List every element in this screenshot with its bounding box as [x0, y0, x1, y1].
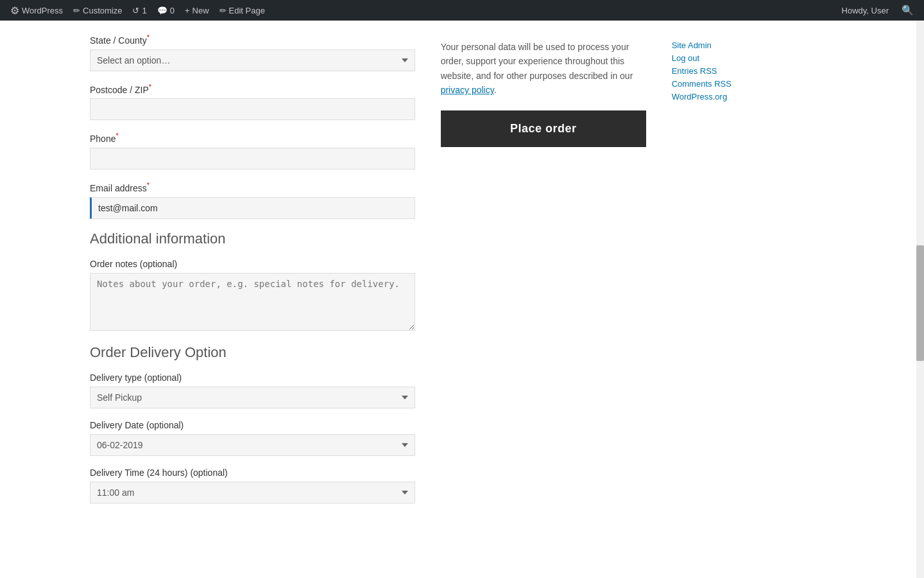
comments-count: 0: [170, 6, 175, 15]
site-admin-link[interactable]: Site Admin: [672, 40, 712, 50]
wp-logo-link[interactable]: ⚙ WordPress: [5, 0, 68, 21]
phone-input[interactable]: [90, 148, 415, 170]
edit-page-label: Edit Page: [229, 6, 265, 15]
email-label: Email address*: [90, 181, 415, 193]
search-icon[interactable]: 🔍: [896, 4, 919, 16]
admin-bar: ⚙ WordPress ✏ Customize ↺ 1 💬 0 + New ✏ …: [0, 0, 924, 21]
new-label: New: [193, 6, 209, 15]
plus-icon: +: [185, 6, 190, 15]
email-field-group: Email address*: [90, 181, 415, 219]
comments-rss-link[interactable]: Comments RSS: [672, 79, 732, 89]
delivery-date-field-group: Delivery Date (optional) 06-02-2019 07-0…: [90, 420, 415, 456]
order-notes-input[interactable]: [90, 273, 415, 331]
sidebar-item-wordpress-org: WordPress.org: [672, 91, 834, 101]
delivery-type-label: Delivery type (optional): [90, 372, 415, 383]
order-notes-label: Order notes (optional): [90, 259, 415, 269]
comments-icon: 💬: [157, 6, 167, 15]
state-county-field-group: State / County* Select an option…: [90, 33, 415, 71]
updates-count: 1: [142, 6, 146, 15]
sidebar-item-entries-rss: Entries RSS: [672, 66, 834, 76]
page-wrap: State / County* Select an option… Postco…: [77, 21, 847, 528]
comments-link[interactable]: 💬 0: [152, 0, 180, 21]
privacy-notice: Your personal data will be used to proce…: [441, 40, 646, 98]
entries-rss-link[interactable]: Entries RSS: [672, 66, 717, 76]
delivery-date-label: Delivery Date (optional): [90, 420, 415, 430]
edit-icon: ✏: [219, 6, 227, 15]
state-county-select[interactable]: Select an option…: [90, 49, 415, 71]
new-content-link[interactable]: + New: [180, 0, 214, 21]
customize-label: Customize: [83, 6, 122, 15]
phone-required: *: [116, 132, 118, 139]
sidebar-links-list: Site Admin Log out Entries RSS Comments …: [672, 40, 834, 101]
sidebar-item-logout: Log out: [672, 53, 834, 63]
wp-logo-icon: ⚙: [10, 4, 19, 17]
sidebar: Site Admin Log out Entries RSS Comments …: [672, 33, 834, 515]
customize-link[interactable]: ✏ Customize: [68, 0, 127, 21]
delivery-heading: Order Delivery Option: [90, 344, 415, 361]
scrollbar-track[interactable]: [916, 21, 924, 528]
delivery-type-select[interactable]: Self Pickup Home Delivery: [90, 387, 415, 408]
state-county-label: State / County*: [90, 33, 415, 46]
checkout-form: State / County* Select an option… Postco…: [90, 33, 415, 515]
delivery-type-field-group: Delivery type (optional) Self Pickup Hom…: [90, 372, 415, 408]
logo-label: WordPress: [22, 6, 63, 15]
sidebar-item-comments-rss: Comments RSS: [672, 78, 834, 89]
edit-page-link[interactable]: ✏ Edit Page: [214, 0, 270, 21]
sidebar-item-site-admin: Site Admin: [672, 40, 834, 50]
email-input[interactable]: [90, 197, 415, 219]
order-notes-field-group: Order notes (optional): [90, 259, 415, 333]
updates-icon: ↺: [132, 6, 139, 15]
privacy-policy-link[interactable]: privacy policy: [441, 85, 494, 95]
postcode-label: Postcode / ZIP*: [90, 83, 415, 95]
delivery-date-select[interactable]: 06-02-2019 07-02-2019 08-02-2019: [90, 434, 415, 456]
postcode-field-group: Postcode / ZIP*: [90, 83, 415, 121]
order-summary-col: Your personal data will be used to proce…: [441, 33, 646, 515]
delivery-time-label: Delivery Time (24 hours) (optional): [90, 468, 415, 478]
additional-info-heading: Additional information: [90, 231, 415, 247]
delivery-time-select[interactable]: 11:00 am 12:00 pm 1:00 pm: [90, 482, 415, 504]
wordpress-org-link[interactable]: WordPress.org: [672, 92, 727, 101]
admin-bar-right: Howdy, User 🔍: [837, 4, 919, 16]
state-county-required: *: [147, 33, 150, 41]
postcode-input[interactable]: [90, 98, 415, 120]
phone-field-group: Phone*: [90, 132, 415, 170]
updates-link[interactable]: ↺ 1: [127, 0, 151, 21]
phone-label: Phone*: [90, 132, 415, 144]
place-order-button[interactable]: Place order: [441, 110, 646, 147]
email-required: *: [147, 181, 150, 189]
logout-link[interactable]: Log out: [672, 53, 699, 63]
scrollbar-thumb[interactable]: [916, 245, 924, 361]
delivery-time-field-group: Delivery Time (24 hours) (optional) 11:0…: [90, 468, 415, 504]
postcode-required: *: [149, 83, 151, 91]
customize-icon: ✏: [73, 6, 80, 15]
howdy-label: Howdy, User: [837, 6, 894, 15]
